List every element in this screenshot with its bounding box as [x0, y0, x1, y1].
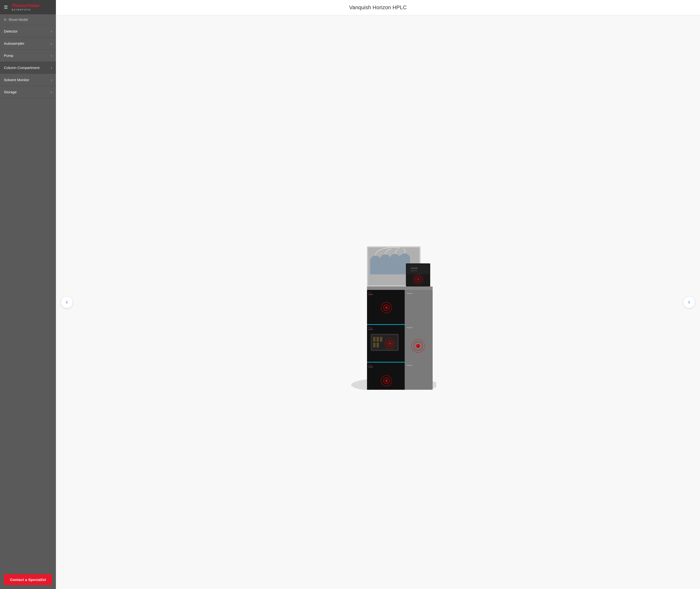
main-header: Vanquish Horizon HPLC	[56, 0, 700, 15]
main-content: Vanquish Horizon HPLC	[56, 0, 700, 589]
vial5	[376, 343, 379, 348]
page-title: Vanquish Horizon HPLC	[60, 4, 696, 11]
module1-accent-line	[367, 324, 405, 325]
logo-fisher: Fisher	[27, 3, 40, 8]
sidebar-item-detector[interactable]: Detector ›	[0, 25, 56, 37]
module1-scientific-badge: scientific	[368, 294, 373, 295]
sidebar-header: ☰ Thermo Fisher SCIENTIFIC	[0, 0, 56, 14]
module2-right-panel	[405, 325, 432, 363]
sidebar: ☰ Thermo Fisher SCIENTIFIC ↻ Reset Model…	[0, 0, 56, 589]
detector-label2: Diode Array	[411, 270, 417, 271]
module1-thermo-badge: thermo	[368, 292, 372, 293]
reset-model-button[interactable]: ↻ Reset Model	[0, 14, 56, 25]
nav-menu: Detector › Autosampler › Pump › Column C…	[0, 25, 56, 570]
logo-area: Thermo Fisher SCIENTIFIC	[12, 3, 40, 11]
sidebar-item-column-compartment[interactable]: Column Compartment ›	[0, 62, 56, 74]
chevron-right-icon-autosampler: ›	[51, 41, 52, 45]
chevron-right-icon	[687, 300, 692, 305]
module3-thermo-badge: thermo	[368, 365, 372, 366]
instrument-display: Vanquish Diode Array Vanquish	[320, 215, 436, 390]
sidebar-item-label-pump: Pump	[4, 53, 13, 57]
hotspot-detector-dot[interactable]	[417, 278, 419, 280]
chevron-left-icon	[64, 300, 69, 305]
module1-right-panel	[405, 290, 432, 325]
module2-right-hotspot-dot[interactable]	[416, 344, 420, 348]
platform-shelf	[367, 286, 432, 290]
bottle3-body	[390, 259, 400, 274]
sidebar-item-label-solvent-monitor: Solvent Monitor	[4, 78, 29, 82]
chevron-right-icon-pump: ›	[51, 54, 52, 57]
sidebar-item-label-column-compartment: Column Compartment	[4, 65, 40, 70]
sidebar-item-autosampler[interactable]: Autosampler ›	[0, 37, 56, 49]
instrument-svg: Vanquish Diode Array Vanquish	[320, 215, 436, 390]
logo-scientific: SCIENTIFIC	[12, 8, 40, 11]
detector-label1: Vanquish	[411, 267, 418, 269]
sidebar-item-pump[interactable]: Pump ›	[0, 49, 56, 62]
sidebar-item-solvent-monitor[interactable]: Solvent Monitor ›	[0, 74, 56, 86]
module2-accent-line	[367, 362, 405, 363]
chevron-right-icon-column-compartment: ›	[51, 66, 52, 70]
sidebar-item-label-detector: Detector	[4, 29, 18, 33]
reset-icon: ↻	[4, 18, 7, 22]
sidebar-item-label-autosampler: Autosampler	[4, 41, 24, 45]
hamburger-icon[interactable]: ☰	[4, 5, 8, 10]
sidebar-item-label-storage: Storage	[4, 90, 17, 94]
vial3	[380, 337, 382, 342]
module3-right-badge: Vanquish	[407, 365, 413, 366]
chevron-right-icon-solvent-monitor: ›	[51, 78, 52, 82]
sidebar-item-storage[interactable]: Storage ›	[0, 86, 56, 98]
logo-thermo: Thermo	[12, 3, 27, 8]
bottle1-body	[370, 261, 381, 274]
module2-scientific-badge: scientific	[368, 329, 373, 330]
module2-right-badge: Vanquish	[407, 327, 413, 328]
chevron-right-icon-detector: ›	[51, 29, 52, 33]
prev-arrow-button[interactable]	[61, 296, 73, 308]
module2-thermo-badge: thermo	[368, 327, 372, 328]
module3-hotspot-dot[interactable]	[385, 380, 388, 382]
reset-label: Reset Model	[9, 18, 28, 22]
vial1	[373, 337, 375, 342]
instrument-area: Vanquish Diode Array Vanquish	[56, 15, 700, 589]
vial4	[373, 343, 375, 348]
chevron-right-icon-storage: ›	[51, 90, 52, 94]
module2-hotspot-dot[interactable]	[389, 342, 391, 345]
contact-specialist-button[interactable]: Contact a Specialist	[4, 574, 52, 585]
module1-hotspot-dot[interactable]	[385, 307, 388, 309]
contact-btn-wrapper: Contact a Specialist	[0, 570, 56, 589]
bottle2-body	[380, 260, 391, 274]
module1-right-badge: Vanquish	[407, 292, 413, 294]
module3-scientific-badge: scientific	[368, 366, 373, 368]
module3-right-panel	[405, 363, 432, 390]
next-arrow-button[interactable]	[683, 296, 695, 308]
detector-top-panel	[407, 264, 429, 274]
vial2	[376, 337, 379, 342]
